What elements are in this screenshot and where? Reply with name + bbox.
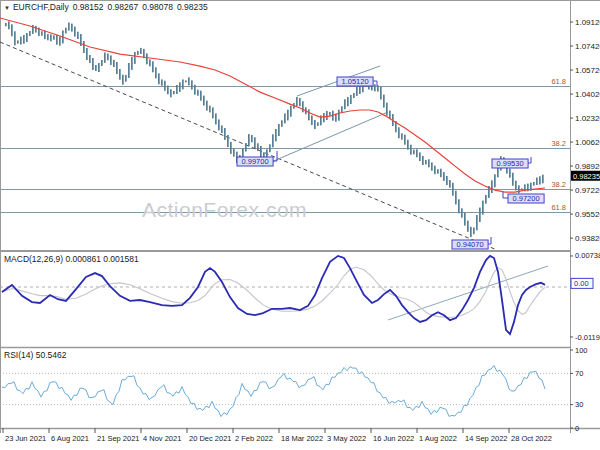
price-axis-tick: 0.98920 xyxy=(575,162,600,171)
date-axis-label: 2 Feb 2022 xyxy=(235,434,273,443)
price-axis-tick: 1.02320 xyxy=(575,114,600,123)
price-axis-tick: 1.00620 xyxy=(575,138,600,147)
macd-current-marker: 0.00 xyxy=(574,279,589,288)
date-axis-label: 23 Jun 2021 xyxy=(5,434,46,443)
price-label-boxes: 1.051200.997000.995300.972000.94070 xyxy=(237,77,544,249)
rsi-plot: 10070300 xyxy=(0,346,588,433)
fib-level-label: 61.8 xyxy=(551,77,566,86)
fib-level-label: 38.2 xyxy=(551,139,566,148)
date-axis-label: 6 Aug 2021 xyxy=(51,434,89,443)
price-axis-tick: 0.95520 xyxy=(575,210,600,219)
rsi-axis-tick: 30 xyxy=(575,400,583,409)
macd-plot: 0.007384-0.01190.00 xyxy=(0,251,600,341)
macd-name: MACD(12,26,9) xyxy=(4,254,63,264)
fib-level-label: 38.2 xyxy=(551,180,566,189)
date-axis-label: 14 Sep 2022 xyxy=(465,434,508,443)
rsi-axis-tick: 0 xyxy=(575,424,579,433)
ohlc-low: 0.98078 xyxy=(142,2,173,12)
date-axis: 23 Jun 20216 Aug 202121 Sep 20214 Nov 20… xyxy=(3,428,552,443)
date-axis-label: 1 Aug 2022 xyxy=(419,434,457,443)
date-axis-label: 20 Dec 2021 xyxy=(189,434,232,443)
current-price-marker: 0.98235 xyxy=(573,172,600,181)
symbol-name: EURCHF,Daily xyxy=(13,2,69,12)
date-axis-label: 18 Mar 2022 xyxy=(281,434,323,443)
chart-canvas[interactable]: 61.838.238.261.8 1.051200.997000.995300.… xyxy=(0,0,600,450)
price-annotation-text: 0.94070 xyxy=(456,240,483,249)
title-bar: ▼EURCHF,Daily0.981520.982670.980780.9823… xyxy=(4,2,212,12)
price-axis-tick: 1.05720 xyxy=(575,66,600,75)
actionforex-watermark: ActionForex.com xyxy=(142,198,307,222)
price-axis-tick: 0.97220 xyxy=(575,186,600,195)
macd-axis-tick: -0.0119 xyxy=(575,333,600,342)
fib-level-label: 61.8 xyxy=(551,203,566,212)
price-annotation-text: 0.99700 xyxy=(241,157,268,166)
chart-window: 61.838.238.261.8 1.051200.997000.995300.… xyxy=(0,0,600,450)
macd-value: 0.000861 xyxy=(65,254,100,264)
ohlc-close: 0.98235 xyxy=(177,2,208,12)
rsi-name: RSI(14) xyxy=(4,350,33,360)
rsi-indicator-label: RSI(14) 50.5462 xyxy=(4,350,66,360)
price-axis-tick: 0.93820 xyxy=(575,234,600,243)
macd-axis-tick: 0.007384 xyxy=(575,251,600,260)
price-annotation-text: 1.05120 xyxy=(341,77,368,86)
fibonacci-lines: 61.838.238.261.8 xyxy=(0,77,570,213)
price-axis-tick: 1.07420 xyxy=(575,42,600,51)
price-annotation-text: 0.97200 xyxy=(512,194,539,203)
date-axis-label: 28 Oct 2022 xyxy=(511,434,552,443)
price-axis: 1.091201.074201.057201.040201.023201.006… xyxy=(570,18,600,243)
trendlines xyxy=(0,42,548,320)
price-axis-tick: 1.09120 xyxy=(575,18,600,27)
date-axis-label: 16 Jun 2022 xyxy=(373,434,414,443)
macd-signal-value: 0.001581 xyxy=(103,254,138,264)
ohlc-high: 0.98267 xyxy=(107,2,138,12)
rsi-value: 50.5462 xyxy=(36,350,67,360)
price-axis-tick: 1.04020 xyxy=(575,90,600,99)
date-axis-label: 3 May 2022 xyxy=(327,434,366,443)
date-axis-label: 21 Sep 2021 xyxy=(97,434,140,443)
rsi-axis-tick: 70 xyxy=(575,369,583,378)
ohlc-open: 0.98152 xyxy=(73,2,104,12)
date-axis-label: 4 Nov 2021 xyxy=(143,434,181,443)
macd-indicator-label: MACD(12,26,9) 0.000861 0.001581 xyxy=(4,254,139,264)
symbol-dropdown-icon[interactable]: ▼ xyxy=(4,5,10,11)
rsi-axis-tick: 100 xyxy=(575,346,588,355)
price-annotation-text: 0.99530 xyxy=(496,159,523,168)
